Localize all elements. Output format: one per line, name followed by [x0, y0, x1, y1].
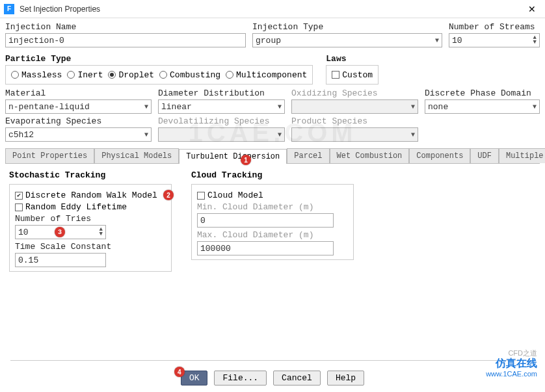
chevron-down-icon: ▼ [144, 103, 148, 111]
chevron-down-icon: ▼ [533, 103, 537, 111]
cloud-max-input [197, 241, 334, 255]
radio-inert[interactable]: Inert [67, 70, 103, 80]
chevron-down-icon: ▼ [278, 103, 282, 111]
marker-2: 2 [163, 190, 174, 200]
diameter-dist-label: Diameter Distribution [158, 88, 285, 98]
cloud-title: Cloud Tracking [191, 170, 354, 180]
marker-3: 3 [55, 227, 65, 237]
chevron-down-icon: ▼ [435, 37, 439, 44]
cloud-min-input [197, 213, 334, 228]
injection-type-select[interactable]: group ▼ [252, 33, 442, 47]
particle-type-group: Massless Inert Droplet Combusting Multic… [5, 65, 313, 85]
radio-multicomponent[interactable]: Multicomponent [226, 70, 307, 80]
marker-1: 1 [241, 155, 251, 165]
stochastic-title: Stochastic Tracking [9, 170, 172, 180]
tab-wet-combustion[interactable]: Wet Combustion [330, 148, 410, 163]
check-rel[interactable]: Random Eddy Lifetime [15, 202, 166, 212]
injection-name-input[interactable] [5, 33, 246, 47]
footer-buttons: 4 OK File... Cancel Help [0, 371, 545, 385]
oxidizing-select: ▼ [291, 99, 418, 114]
chevron-down-icon: ▼ [278, 131, 282, 138]
close-icon[interactable]: ✕ [523, 3, 541, 16]
num-streams-spinner[interactable]: 10 ▲▼ [449, 33, 540, 47]
oxidizing-label: Oxidizing Species [291, 88, 418, 98]
turbulent-dispersion-panel: Stochastic Tracking ✔Discrete Random Wal… [5, 164, 540, 278]
marker-4: 4 [174, 367, 185, 377]
spinner-arrows-icon[interactable]: ▲▼ [533, 36, 537, 45]
check-cloud-model[interactable]: Cloud Model [197, 190, 348, 200]
material-select[interactable]: n-pentane-liquid▼ [5, 99, 152, 114]
file-button[interactable]: File... [214, 371, 267, 385]
diameter-dist-select[interactable]: linear▼ [158, 99, 285, 114]
titlebar: F Set Injection Properties ✕ [0, 0, 545, 18]
tsc-label: Time Scale Constant [15, 242, 166, 252]
stochastic-box: ✔Discrete Random Walk Model Random Eddy … [9, 184, 172, 272]
discrete-phase-label: Discrete Phase Domain [425, 88, 540, 98]
devol-species-label: Devolatilizing Species [158, 116, 285, 126]
num-streams-label: Number of Streams [449, 22, 540, 32]
product-species-label: Product Species [291, 116, 418, 126]
tabs: Point Properties Physical Models Turbule… [5, 148, 540, 164]
laws-group: Custom [326, 65, 379, 85]
cloud-min-label: Min. Cloud Diameter (m) [197, 202, 348, 212]
tab-components[interactable]: Components [409, 148, 470, 163]
evap-species-select[interactable]: c5h12▼ [5, 127, 152, 142]
ok-button[interactable]: OK [181, 371, 208, 385]
tab-parcel[interactable]: Parcel [287, 148, 329, 163]
tries-label: Number of Tries [15, 214, 166, 224]
material-label: Material [5, 88, 152, 98]
tries-spinner[interactable]: 10 ▲▼ 3 [15, 225, 106, 239]
watermark-right: CFD之道 仿真在线 www.1CAE.com [486, 348, 537, 379]
chevron-down-icon: ▼ [411, 103, 415, 111]
particle-type-title: Particle Type [5, 54, 313, 64]
app-icon: F [4, 4, 14, 14]
laws-title: Laws [326, 54, 379, 64]
tsc-input[interactable] [15, 253, 106, 267]
radio-droplet[interactable]: Droplet [108, 70, 154, 80]
radio-massless[interactable]: Massless [11, 70, 62, 80]
check-custom[interactable]: Custom [332, 70, 373, 80]
devol-species-select: ▼ [158, 127, 285, 142]
help-button[interactable]: Help [327, 371, 364, 385]
discrete-phase-select[interactable]: none▼ [425, 99, 540, 114]
evap-species-label: Evaporating Species [5, 116, 152, 126]
tab-point-properties[interactable]: Point Properties [5, 148, 94, 163]
tab-physical-models[interactable]: Physical Models [94, 148, 179, 163]
chevron-down-icon: ▼ [144, 131, 148, 138]
check-drw[interactable]: ✔Discrete Random Walk Model [15, 190, 166, 200]
cloud-max-label: Max. Cloud Diameter (m) [197, 230, 348, 240]
injection-name-label: Injection Name [5, 22, 246, 32]
radio-combusting[interactable]: Combusting [159, 70, 220, 80]
tab-turbulent-dispersion[interactable]: Turbulent Dispersion [179, 149, 287, 164]
window-title: Set Injection Properties [20, 5, 523, 14]
tab-multiple-reactions[interactable]: Multiple Reactions [499, 148, 545, 163]
injection-type-label: Injection Type [252, 22, 442, 32]
tab-udf[interactable]: UDF [470, 148, 499, 163]
cancel-button[interactable]: Cancel [273, 371, 321, 385]
product-species-select: ▼ [291, 127, 418, 142]
chevron-down-icon: ▼ [411, 131, 415, 138]
cloud-box: Cloud Model Min. Cloud Diameter (m) Max.… [191, 184, 354, 260]
spinner-arrows-icon[interactable]: ▲▼ [100, 228, 103, 237]
